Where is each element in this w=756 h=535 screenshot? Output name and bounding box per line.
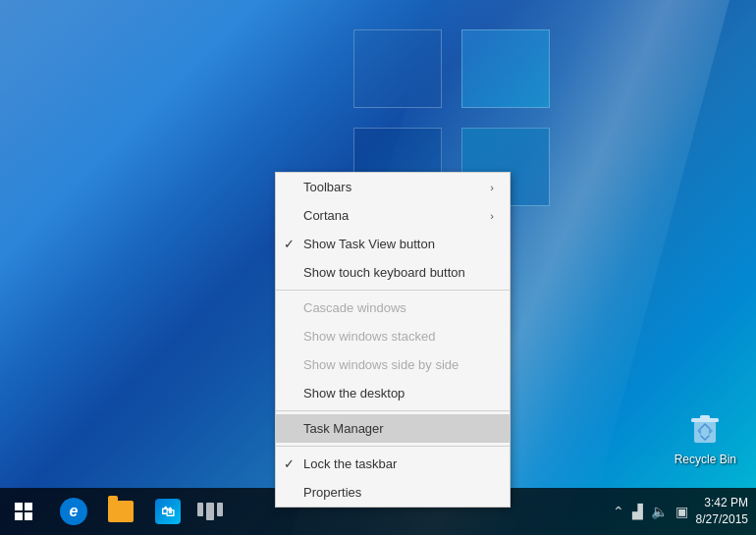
tray-chevron-icon[interactable]: ⌃ xyxy=(611,502,626,521)
taskbar-app-icons: e 🛍 xyxy=(47,489,190,534)
menu-item-lock-taskbar[interactable]: ✓Lock the taskbar xyxy=(276,450,510,478)
start-icon xyxy=(15,503,32,520)
menu-item-label: Cortana xyxy=(303,208,349,223)
menu-item-label: Show the desktop xyxy=(303,386,405,401)
clock-date: 8/27/2015 xyxy=(696,511,748,528)
system-clock[interactable]: 3:42 PM 8/27/2015 xyxy=(696,495,748,528)
taskbar-file-explorer[interactable] xyxy=(98,489,143,534)
win-pane-tl xyxy=(353,29,442,108)
context-menu: Toolbars›Cortana›✓Show Task View buttonS… xyxy=(275,172,511,508)
menu-item-label: Cascade windows xyxy=(303,300,406,315)
submenu-arrow-icon: › xyxy=(490,210,494,222)
store-icon: 🛍 xyxy=(155,499,181,524)
menu-item-show-desktop[interactable]: Show the desktop xyxy=(276,379,510,407)
taskbar-store[interactable]: 🛍 xyxy=(145,489,190,534)
tv-rect-1 xyxy=(197,503,203,516)
menu-separator xyxy=(276,446,510,447)
menu-item-show-side-by-side: Show windows side by side xyxy=(276,350,510,379)
edge-icon: e xyxy=(60,498,87,525)
system-tray: ⌃ ▟ 🔈 ▣ xyxy=(611,502,690,521)
menu-item-label: Toolbars xyxy=(303,180,351,194)
menu-item-label: Properties xyxy=(303,485,361,500)
menu-item-show-task-view[interactable]: ✓Show Task View button xyxy=(276,230,510,258)
menu-item-show-stacked: Show windows stacked xyxy=(276,322,510,350)
folder-icon xyxy=(108,501,134,522)
taskbar-right: ⌃ ▟ 🔈 ▣ 3:42 PM 8/27/2015 xyxy=(611,495,756,528)
start-button[interactable] xyxy=(0,488,47,535)
menu-item-label: Task Manager xyxy=(303,421,384,436)
checkmark-icon: ✓ xyxy=(284,456,295,471)
menu-item-label: Show touch keyboard button xyxy=(303,265,465,280)
win-pane-tr xyxy=(461,29,550,108)
menu-item-label: Show windows side by side xyxy=(303,357,459,372)
tray-network-icon[interactable]: ▟ xyxy=(630,502,645,521)
tv-rect-3 xyxy=(217,503,223,516)
task-view-button[interactable] xyxy=(190,492,230,531)
recycle-bin-icon xyxy=(683,405,727,449)
menu-item-toolbars[interactable]: Toolbars› xyxy=(276,173,510,201)
svg-rect-2 xyxy=(700,415,710,419)
tv-rect-2 xyxy=(206,503,214,520)
taskbar-edge[interactable]: e xyxy=(51,489,96,534)
menu-item-label: Show Task View button xyxy=(303,237,435,251)
menu-item-label: Lock the taskbar xyxy=(303,456,397,471)
menu-separator xyxy=(276,290,510,291)
menu-item-label: Show windows stacked xyxy=(303,329,435,344)
menu-item-cortana[interactable]: Cortana› xyxy=(276,201,510,230)
desktop: Recycle Bin Toolbars›Cortana›✓Show Task … xyxy=(0,0,756,535)
tray-message-icon[interactable]: ▣ xyxy=(674,502,690,521)
menu-separator xyxy=(276,410,510,411)
recycle-bin[interactable]: Recycle Bin xyxy=(675,405,736,466)
tray-volume-icon[interactable]: 🔈 xyxy=(649,502,670,521)
submenu-arrow-icon: › xyxy=(490,182,494,193)
menu-item-cascade: Cascade windows xyxy=(276,294,510,322)
menu-item-task-manager[interactable]: Task Manager xyxy=(276,414,510,443)
checkmark-icon: ✓ xyxy=(284,237,295,251)
task-view-icon xyxy=(197,503,223,520)
clock-time: 3:42 PM xyxy=(696,495,748,511)
recycle-bin-label: Recycle Bin xyxy=(675,453,736,466)
menu-item-show-touch-keyboard[interactable]: Show touch keyboard button xyxy=(276,258,510,287)
menu-item-properties[interactable]: Properties xyxy=(276,478,510,507)
